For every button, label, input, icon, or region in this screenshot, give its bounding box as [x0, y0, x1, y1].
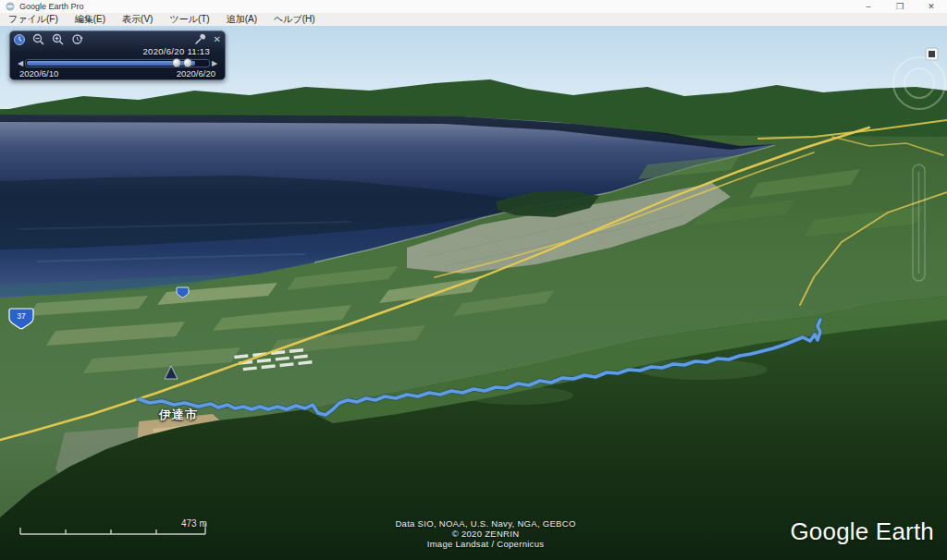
- google-earth-watermark: Google Earth: [790, 517, 934, 546]
- wrench-icon[interactable]: [194, 33, 206, 45]
- timeline-track[interactable]: [25, 59, 210, 67]
- menu-file[interactable]: ファイル(F): [0, 13, 67, 26]
- timeline-range-start: 2020/6/10: [19, 68, 58, 79]
- time-slider-panel[interactable]: ✕ 2020/6/20 11:13 ◀ ▶ 2020/6/10 2020/6/2…: [9, 30, 226, 80]
- menu-bar: ファイル(F) 編集(E) 表示(V) ツール(T) 追加(A) ヘルプ(H): [0, 13, 947, 27]
- timeline-handle-start[interactable]: [172, 58, 181, 67]
- attribution-line-3: Image Landsat / Copernicus: [365, 539, 606, 549]
- timeline-range-end: 2020/6/20: [177, 68, 215, 79]
- title-bar: Google Earth Pro – ❒ ✕: [0, 0, 947, 13]
- zoom-out-icon[interactable]: [32, 33, 44, 45]
- scale-bar-label: 473 m: [181, 518, 207, 529]
- maximize-button[interactable]: ❒: [884, 0, 916, 13]
- place-label-date-city[interactable]: 伊達市: [159, 407, 198, 423]
- window-title: Google Earth Pro: [19, 2, 84, 11]
- clock-icon: [14, 34, 25, 45]
- nav-mini-icon[interactable]: [926, 48, 938, 60]
- attribution-line-2: © 2020 ZENRIN: [365, 529, 606, 539]
- timeline-handle-end[interactable]: [183, 58, 192, 67]
- timeline-current-datetime: 2020/6/20 11:13: [143, 46, 210, 56]
- menu-tools[interactable]: ツール(T): [161, 13, 217, 26]
- map-attribution: Data SIO, NOAA, U.S. Navy, NGA, GEBCO © …: [365, 518, 606, 549]
- timeline-step-back-button[interactable]: ◀: [16, 59, 25, 67]
- time-options-icon[interactable]: [71, 33, 83, 45]
- close-button[interactable]: ✕: [916, 0, 947, 13]
- menu-help[interactable]: ヘルプ(H): [265, 13, 324, 26]
- menu-view[interactable]: 表示(V): [114, 13, 161, 26]
- route-shield-number: 37: [17, 311, 26, 321]
- zoom-in-icon[interactable]: [52, 33, 64, 45]
- menu-add[interactable]: 追加(A): [218, 13, 265, 26]
- timeline-play-button[interactable]: ▶: [210, 59, 219, 67]
- attribution-line-1: Data SIO, NOAA, U.S. Navy, NGA, GEBCO: [365, 518, 606, 529]
- minimize-button[interactable]: –: [853, 0, 884, 13]
- timeline-range-fill: [27, 61, 195, 66]
- menu-edit[interactable]: 編集(E): [67, 13, 114, 26]
- map-viewport[interactable]: 37: [0, 26, 947, 560]
- timeline-close-icon[interactable]: ✕: [214, 35, 221, 44]
- google-earth-logo-icon: [6, 2, 15, 11]
